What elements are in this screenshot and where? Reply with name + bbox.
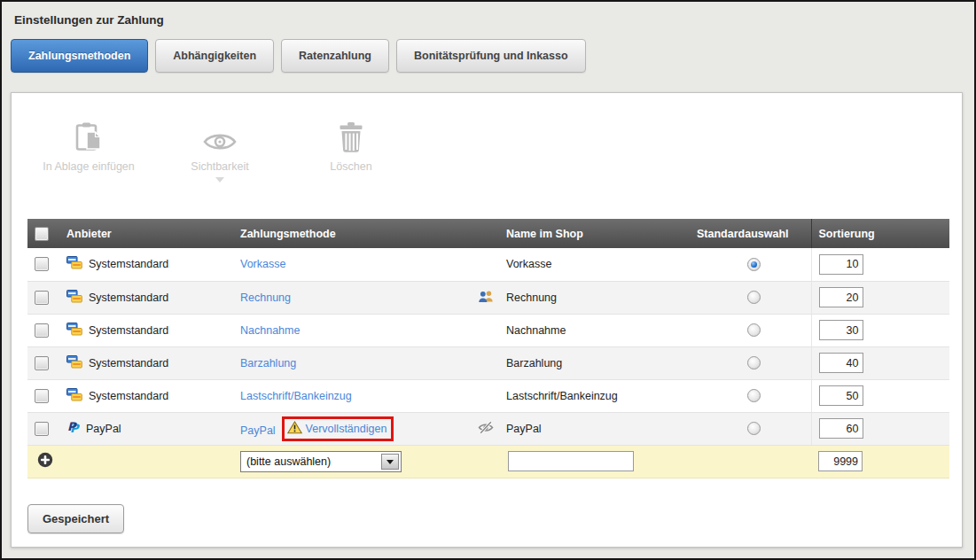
- default-selection-radio[interactable]: [747, 389, 761, 402]
- table-row-rechnung: Systemstandard Rechnung Rechnung: [27, 281, 949, 314]
- shop-name: Nachnahme: [506, 324, 566, 337]
- default-selection-radio[interactable]: [747, 291, 761, 304]
- tab-zahlungsmethoden[interactable]: Zahlungsmethoden: [11, 39, 148, 73]
- payment-cards-icon: [66, 355, 82, 371]
- sort-order-input[interactable]: [819, 287, 863, 307]
- default-selection-radio[interactable]: [747, 323, 761, 337]
- complete-configuration-link[interactable]: Vervollständigen: [306, 423, 387, 435]
- eye-slash-icon: [478, 421, 494, 437]
- default-selection-radio[interactable]: [747, 258, 761, 271]
- toolbar: In Ablage einfügen Sichtbarkeit: [12, 93, 962, 187]
- svg-text:P: P: [67, 420, 77, 433]
- add-method-button[interactable]: [37, 452, 53, 471]
- provider-name: Systemstandard: [89, 292, 168, 304]
- visibility-label: Sichtbarkeit: [166, 160, 274, 173]
- tab-bonitaetspruefung[interactable]: Bonitätsprüfung und Inkasso: [396, 39, 586, 73]
- row-checkbox[interactable]: [35, 356, 49, 370]
- sort-order-input[interactable]: [819, 385, 863, 406]
- chevron-down-icon: [386, 460, 394, 468]
- provider-name: PayPal: [86, 423, 121, 435]
- default-selection-radio[interactable]: [747, 422, 761, 435]
- payment-method-link[interactable]: Barzahlung: [240, 357, 296, 369]
- table-row-lastschrift: Systemstandard Lastschrift/Bankeinzug La…: [27, 379, 949, 412]
- header-anbieter: Anbieter: [66, 219, 240, 248]
- visibility-button[interactable]: Sichtbarkeit: [166, 120, 274, 187]
- content-panel: In Ablage einfügen Sichtbarkeit: [11, 92, 963, 548]
- sort-order-input[interactable]: [818, 451, 863, 471]
- row-checkbox[interactable]: [35, 291, 49, 305]
- selected-option: (bitte auswählen): [241, 455, 331, 468]
- row-checkbox[interactable]: [35, 422, 49, 436]
- tab-bar: Zahlungsmethoden Abhängigkeiten Ratenzah…: [11, 39, 974, 73]
- default-selection-radio[interactable]: [747, 356, 761, 369]
- customer-group-icon: [478, 290, 494, 306]
- row-checkbox[interactable]: [35, 257, 49, 271]
- eye-icon: [166, 120, 274, 153]
- table-row-vorkasse: Systemstandard Vorkasse Vorkasse: [27, 248, 949, 281]
- payment-cards-icon: [66, 256, 82, 272]
- payment-settings-page: { "page": { "title": "Einstellungen zur …: [0, 0, 976, 560]
- sort-order-input[interactable]: [819, 418, 863, 439]
- paste-label: In Ablage einfügen: [35, 160, 143, 173]
- plus-circle-icon: [37, 452, 53, 471]
- payment-methods-table: Anbieter Zahlungsmethode Name im Shop St…: [27, 219, 949, 478]
- table-row-new-method: (bitte auswählen): [27, 445, 949, 478]
- payment-cards-icon: [66, 388, 82, 404]
- payment-method-select[interactable]: (bitte auswählen): [240, 451, 402, 472]
- shop-name: PayPal: [506, 423, 542, 435]
- payment-method-link[interactable]: PayPal: [240, 424, 276, 437]
- header-name-im-shop: Name im Shop: [472, 219, 697, 248]
- provider-name: Systemstandard: [89, 390, 168, 402]
- select-arrow-button[interactable]: [381, 454, 399, 470]
- paypal-icon: PP: [66, 420, 80, 438]
- shop-name: Vorkasse: [506, 258, 551, 270]
- provider-name: Systemstandard: [89, 258, 168, 270]
- save-button[interactable]: Gespeichert: [27, 504, 124, 533]
- delete-button[interactable]: Löschen: [297, 120, 405, 187]
- sort-order-input[interactable]: [819, 320, 863, 340]
- row-checkbox[interactable]: [35, 389, 49, 403]
- new-method-name-input[interactable]: [508, 451, 634, 471]
- shop-name: Lastschrift/Bankeinzug: [506, 390, 618, 402]
- page-title: Einstellungen zur Zahlung: [2, 2, 974, 27]
- clipboard-paste-icon: [35, 120, 143, 153]
- header-sortierung: Sortierung: [811, 219, 949, 248]
- provider-name: Systemstandard: [89, 357, 168, 369]
- paste-to-clipboard-button[interactable]: In Ablage einfügen: [35, 120, 143, 187]
- header-standardauswahl: Standardauswahl: [697, 219, 811, 248]
- payment-method-link[interactable]: Rechnung: [240, 292, 291, 304]
- table-row-barzahlung: Systemstandard Barzahlung Barzahlung: [27, 346, 949, 379]
- sort-order-input[interactable]: [819, 353, 863, 373]
- delete-label: Löschen: [297, 160, 405, 173]
- table-header-row: Anbieter Zahlungsmethode Name im Shop St…: [27, 219, 949, 248]
- payment-method-link[interactable]: Lastschrift/Bankeinzug: [240, 390, 352, 402]
- table-row-nachnahme: Systemstandard Nachnahme Nachnahme: [27, 314, 949, 346]
- row-checkbox[interactable]: [35, 323, 49, 338]
- shop-name: Barzahlung: [506, 357, 562, 369]
- payment-cards-icon: [66, 290, 82, 306]
- trash-icon: [297, 120, 405, 153]
- payment-cards-icon: [66, 323, 82, 338]
- provider-name: Systemstandard: [89, 324, 168, 337]
- select-all-checkbox[interactable]: [35, 227, 49, 241]
- shop-name: Rechnung: [506, 292, 557, 304]
- tab-ratenzahlung[interactable]: Ratenzahlung: [281, 39, 389, 73]
- table-row-paypal: PP PayPal PayPalVervollständigen PayPal: [27, 412, 949, 445]
- sort-order-input[interactable]: [819, 254, 863, 275]
- caret-down-icon: [215, 177, 224, 187]
- header-zahlungsmethode: Zahlungsmethode: [240, 219, 472, 248]
- tab-abhaengigkeiten[interactable]: Abhängigkeiten: [155, 39, 274, 73]
- payment-method-link[interactable]: Nachnahme: [240, 324, 300, 337]
- payment-method-link[interactable]: Vorkasse: [240, 258, 285, 270]
- warning-triangle-icon: [287, 421, 302, 437]
- annotation-highlight-box: Vervollständigen: [282, 416, 394, 441]
